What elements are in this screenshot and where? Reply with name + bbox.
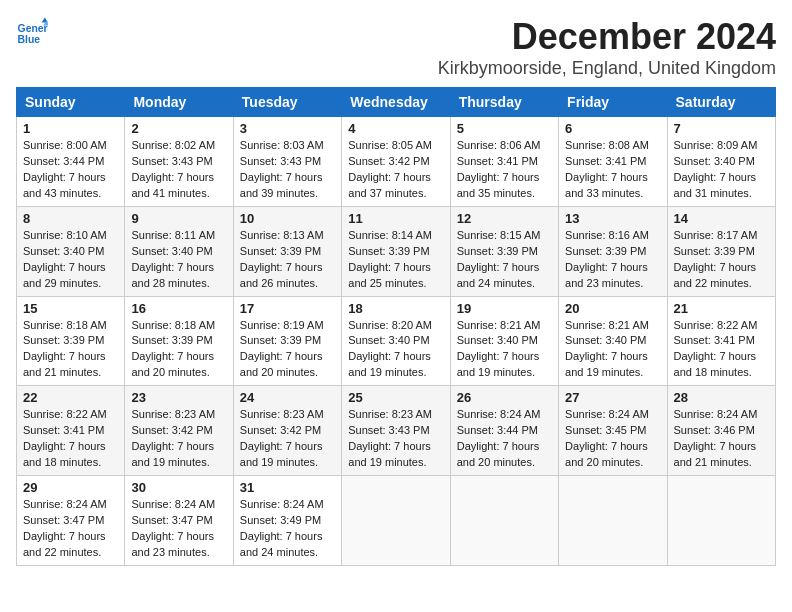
day-detail: Sunrise: 8:24 AMSunset: 3:45 PMDaylight:… [565,408,649,468]
day-number: 8 [23,211,118,226]
calendar-cell [342,476,450,566]
day-number: 30 [131,480,226,495]
calendar-cell: 21 Sunrise: 8:22 AMSunset: 3:41 PMDaylig… [667,296,775,386]
day-detail: Sunrise: 8:11 AMSunset: 3:40 PMDaylight:… [131,229,215,289]
svg-marker-2 [42,18,48,23]
calendar-cell: 19 Sunrise: 8:21 AMSunset: 3:40 PMDaylig… [450,296,558,386]
day-number: 9 [131,211,226,226]
title-area: December 2024 Kirkbymoorside, England, U… [438,16,776,79]
day-number: 12 [457,211,552,226]
day-detail: Sunrise: 8:06 AMSunset: 3:41 PMDaylight:… [457,139,541,199]
day-number: 26 [457,390,552,405]
day-number: 28 [674,390,769,405]
logo: General Blue [16,16,48,48]
day-detail: Sunrise: 8:24 AMSunset: 3:47 PMDaylight:… [131,498,215,558]
day-detail: Sunrise: 8:10 AMSunset: 3:40 PMDaylight:… [23,229,107,289]
day-number: 19 [457,301,552,316]
logo-icon: General Blue [16,16,48,48]
calendar-cell: 24 Sunrise: 8:23 AMSunset: 3:42 PMDaylig… [233,386,341,476]
calendar-cell: 1 Sunrise: 8:00 AMSunset: 3:44 PMDayligh… [17,117,125,207]
calendar-cell: 23 Sunrise: 8:23 AMSunset: 3:42 PMDaylig… [125,386,233,476]
day-detail: Sunrise: 8:23 AMSunset: 3:43 PMDaylight:… [348,408,432,468]
day-detail: Sunrise: 8:03 AMSunset: 3:43 PMDaylight:… [240,139,324,199]
day-number: 2 [131,121,226,136]
calendar-cell: 29 Sunrise: 8:24 AMSunset: 3:47 PMDaylig… [17,476,125,566]
day-detail: Sunrise: 8:24 AMSunset: 3:46 PMDaylight:… [674,408,758,468]
calendar-cell: 16 Sunrise: 8:18 AMSunset: 3:39 PMDaylig… [125,296,233,386]
day-number: 29 [23,480,118,495]
location-title: Kirkbymoorside, England, United Kingdom [438,58,776,79]
day-detail: Sunrise: 8:21 AMSunset: 3:40 PMDaylight:… [565,319,649,379]
day-number: 7 [674,121,769,136]
svg-text:General: General [18,23,48,34]
calendar-week-row: 22 Sunrise: 8:22 AMSunset: 3:41 PMDaylig… [17,386,776,476]
day-detail: Sunrise: 8:20 AMSunset: 3:40 PMDaylight:… [348,319,432,379]
calendar-header-row: SundayMondayTuesdayWednesdayThursdayFrid… [17,88,776,117]
day-detail: Sunrise: 8:23 AMSunset: 3:42 PMDaylight:… [240,408,324,468]
day-detail: Sunrise: 8:14 AMSunset: 3:39 PMDaylight:… [348,229,432,289]
day-number: 4 [348,121,443,136]
day-number: 14 [674,211,769,226]
day-detail: Sunrise: 8:21 AMSunset: 3:40 PMDaylight:… [457,319,541,379]
day-detail: Sunrise: 8:05 AMSunset: 3:42 PMDaylight:… [348,139,432,199]
day-number: 20 [565,301,660,316]
calendar-cell: 4 Sunrise: 8:05 AMSunset: 3:42 PMDayligh… [342,117,450,207]
day-number: 23 [131,390,226,405]
day-detail: Sunrise: 8:17 AMSunset: 3:39 PMDaylight:… [674,229,758,289]
day-number: 25 [348,390,443,405]
day-number: 3 [240,121,335,136]
day-number: 17 [240,301,335,316]
calendar-cell [667,476,775,566]
header: General Blue December 2024 Kirkbymoorsid… [16,16,776,79]
day-detail: Sunrise: 8:15 AMSunset: 3:39 PMDaylight:… [457,229,541,289]
calendar-cell: 5 Sunrise: 8:06 AMSunset: 3:41 PMDayligh… [450,117,558,207]
day-number: 1 [23,121,118,136]
calendar-cell: 2 Sunrise: 8:02 AMSunset: 3:43 PMDayligh… [125,117,233,207]
day-header-monday: Monday [125,88,233,117]
day-number: 21 [674,301,769,316]
calendar-cell: 27 Sunrise: 8:24 AMSunset: 3:45 PMDaylig… [559,386,667,476]
day-number: 5 [457,121,552,136]
day-detail: Sunrise: 8:09 AMSunset: 3:40 PMDaylight:… [674,139,758,199]
day-number: 15 [23,301,118,316]
day-detail: Sunrise: 8:16 AMSunset: 3:39 PMDaylight:… [565,229,649,289]
day-number: 10 [240,211,335,226]
svg-text:Blue: Blue [18,34,41,45]
calendar-cell: 7 Sunrise: 8:09 AMSunset: 3:40 PMDayligh… [667,117,775,207]
day-header-wednesday: Wednesday [342,88,450,117]
day-detail: Sunrise: 8:24 AMSunset: 3:44 PMDaylight:… [457,408,541,468]
day-number: 11 [348,211,443,226]
calendar-week-row: 8 Sunrise: 8:10 AMSunset: 3:40 PMDayligh… [17,206,776,296]
day-header-tuesday: Tuesday [233,88,341,117]
day-number: 24 [240,390,335,405]
day-detail: Sunrise: 8:18 AMSunset: 3:39 PMDaylight:… [23,319,107,379]
day-header-saturday: Saturday [667,88,775,117]
calendar-cell: 12 Sunrise: 8:15 AMSunset: 3:39 PMDaylig… [450,206,558,296]
calendar-cell: 9 Sunrise: 8:11 AMSunset: 3:40 PMDayligh… [125,206,233,296]
day-header-thursday: Thursday [450,88,558,117]
calendar-cell: 8 Sunrise: 8:10 AMSunset: 3:40 PMDayligh… [17,206,125,296]
day-detail: Sunrise: 8:18 AMSunset: 3:39 PMDaylight:… [131,319,215,379]
day-detail: Sunrise: 8:08 AMSunset: 3:41 PMDaylight:… [565,139,649,199]
calendar-week-row: 29 Sunrise: 8:24 AMSunset: 3:47 PMDaylig… [17,476,776,566]
calendar-cell: 10 Sunrise: 8:13 AMSunset: 3:39 PMDaylig… [233,206,341,296]
calendar-cell: 28 Sunrise: 8:24 AMSunset: 3:46 PMDaylig… [667,386,775,476]
day-detail: Sunrise: 8:22 AMSunset: 3:41 PMDaylight:… [23,408,107,468]
calendar-body: 1 Sunrise: 8:00 AMSunset: 3:44 PMDayligh… [17,117,776,566]
day-detail: Sunrise: 8:00 AMSunset: 3:44 PMDaylight:… [23,139,107,199]
calendar-cell: 3 Sunrise: 8:03 AMSunset: 3:43 PMDayligh… [233,117,341,207]
day-number: 18 [348,301,443,316]
calendar-cell: 25 Sunrise: 8:23 AMSunset: 3:43 PMDaylig… [342,386,450,476]
calendar-cell: 30 Sunrise: 8:24 AMSunset: 3:47 PMDaylig… [125,476,233,566]
calendar-cell: 20 Sunrise: 8:21 AMSunset: 3:40 PMDaylig… [559,296,667,386]
calendar-week-row: 1 Sunrise: 8:00 AMSunset: 3:44 PMDayligh… [17,117,776,207]
day-detail: Sunrise: 8:22 AMSunset: 3:41 PMDaylight:… [674,319,758,379]
day-detail: Sunrise: 8:24 AMSunset: 3:49 PMDaylight:… [240,498,324,558]
calendar-cell [559,476,667,566]
calendar-week-row: 15 Sunrise: 8:18 AMSunset: 3:39 PMDaylig… [17,296,776,386]
day-number: 27 [565,390,660,405]
calendar-cell [450,476,558,566]
calendar-table: SundayMondayTuesdayWednesdayThursdayFrid… [16,87,776,566]
calendar-cell: 18 Sunrise: 8:20 AMSunset: 3:40 PMDaylig… [342,296,450,386]
calendar-cell: 13 Sunrise: 8:16 AMSunset: 3:39 PMDaylig… [559,206,667,296]
